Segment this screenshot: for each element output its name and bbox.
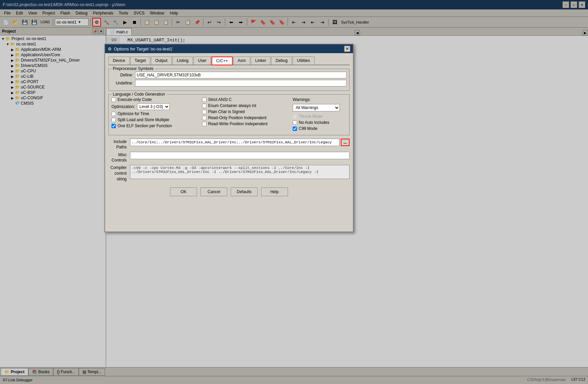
strict-ansi-row: Strict ANSI C <box>202 97 289 102</box>
plain-char-row: Plain Char is Signed <box>202 109 289 114</box>
readwrite-pos-label: Read-Write Position Independent <box>208 121 268 126</box>
execute-only-checkbox[interactable] <box>111 98 116 102</box>
enum-container-label: Enum Container always int <box>208 103 256 108</box>
modal-tab-debug[interactable]: Debug <box>271 57 292 65</box>
execute-only-row: Execute-only Code <box>111 97 199 102</box>
modal-title-bar: ⚙ Options for Target 'oc-os-test1' ✕ <box>105 44 353 53</box>
modal-close-button[interactable]: ✕ <box>344 46 350 52</box>
browse-button[interactable]: ... <box>341 139 350 146</box>
modal-tab-output[interactable]: Output <box>151 57 172 65</box>
lang-left-col: Execute-only Code Optimization: Level 3 … <box>111 97 199 132</box>
preprocessor-section: Preprocessor Symbols Define: Undefine: <box>108 69 350 91</box>
no-auto-checkbox[interactable] <box>293 120 297 125</box>
undefine-input[interactable] <box>135 80 347 86</box>
cancel-button[interactable]: Cancel <box>200 187 227 196</box>
modal-tab-utilities[interactable]: Utilities <box>293 57 315 65</box>
warnings-select[interactable]: All Warnings No Warnings MISRA C 2004 <box>293 104 340 111</box>
optimization-row: Optimization: Level 3 (-O3) Level 0 (-O0… <box>111 103 199 110</box>
compiler-textarea[interactable]: -c99 -c -cpu Cortex-M3 -g -O3 -apcs=inte… <box>130 165 350 179</box>
optimization-select[interactable]: Level 3 (-O3) Level 0 (-O0) Level 1 (-O1… <box>137 103 170 110</box>
optimize-time-checkbox[interactable] <box>111 112 116 116</box>
modal-tab-target[interactable]: Target <box>130 57 150 65</box>
define-input[interactable] <box>135 72 347 78</box>
c99-mode-row: C99 Mode <box>293 126 347 131</box>
modal-tab-cpp[interactable]: C/C++ <box>211 57 233 65</box>
strict-ansi-checkbox[interactable] <box>202 98 206 102</box>
modal-title: Options for Target 'oc-os-test1' <box>114 46 173 51</box>
misc-controls-input[interactable] <box>130 152 350 159</box>
one-elf-label: One ELF Section per Function <box>118 124 172 128</box>
plain-char-checkbox[interactable] <box>202 110 206 114</box>
compiler-label: Compilercontrolstring <box>108 165 129 182</box>
ok-button[interactable]: OK <box>170 187 197 196</box>
execute-only-label: Execute-only Code <box>118 97 152 102</box>
lang-right-col: Warnings: All Warnings No Warnings MISRA… <box>293 97 347 132</box>
optimize-time-row: Optimize for Time <box>111 111 199 116</box>
modal-tab-asm[interactable]: Asm <box>233 57 250 65</box>
language-section-label: Language / Code Generation <box>111 92 166 97</box>
preprocessor-section-label: Preprocessor Symbols <box>111 66 155 71</box>
optimize-time-label: Optimize for Time <box>118 111 149 116</box>
lang-middle-col: Strict ANSI C Enum Container always int … <box>202 97 289 132</box>
thumb-mode-label: Thumb Mode <box>299 114 323 119</box>
modal-tab-listing[interactable]: Listing <box>172 57 193 65</box>
no-auto-label: No Auto Includes <box>299 120 329 125</box>
thumb-mode-checkbox[interactable] <box>293 114 297 119</box>
define-row: Define: <box>111 72 347 78</box>
thumb-mode-row: Thumb Mode <box>293 114 347 119</box>
strict-ansi-label: Strict ANSI C <box>208 97 232 102</box>
split-load-label: Split Load and Store Multiple <box>118 117 169 122</box>
language-cols: Execute-only Code Optimization: Level 3 … <box>111 97 347 132</box>
include-paths-row: IncludePaths ... <box>108 139 350 150</box>
options-dialog: ⚙ Options for Target 'oc-os-test1' ✕ Dev… <box>104 44 354 232</box>
modal-overlay: ⚙ Options for Target 'oc-os-test1' ✕ Dev… <box>0 0 588 384</box>
one-elf-row: One ELF Section per Function <box>111 124 199 128</box>
compiler-row: Compilercontrolstring -c99 -c -cpu Corte… <box>108 165 350 182</box>
c99-mode-label: C99 Mode <box>299 126 317 131</box>
readwrite-pos-checkbox[interactable] <box>202 122 206 126</box>
misc-controls-row: MiscControls <box>108 152 350 163</box>
modal-tab-strip: Device Target Output Listing User C/C++ … <box>108 57 350 65</box>
readwrite-pos-row: Read-Write Position Independent <box>202 121 289 126</box>
readonly-pos-label: Read-Only Position Independent <box>208 115 266 120</box>
modal-icon: ⚙ <box>108 46 112 51</box>
enum-container-checkbox[interactable] <box>202 104 206 108</box>
define-label: Define: <box>111 73 135 77</box>
warnings-section: Warnings: All Warnings No Warnings MISRA… <box>293 97 347 111</box>
include-paths-input[interactable] <box>130 139 339 146</box>
modal-content: Device Target Output Listing User C/C++ … <box>105 53 353 202</box>
split-load-row: Split Load and Store Multiple <box>111 117 199 122</box>
readonly-pos-row: Read-Only Position Independent <box>202 115 289 120</box>
enum-container-row: Enum Container always int <box>202 103 289 108</box>
readonly-pos-checkbox[interactable] <box>202 116 206 120</box>
split-load-checkbox[interactable] <box>111 118 116 122</box>
modal-tab-user[interactable]: User <box>194 57 211 65</box>
help-button[interactable]: Help <box>261 187 288 196</box>
c99-mode-checkbox[interactable] <box>293 127 297 131</box>
modal-title-content: ⚙ Options for Target 'oc-os-test1' <box>108 46 173 51</box>
modal-tab-device[interactable]: Device <box>108 57 130 65</box>
defaults-button[interactable]: Defaults <box>231 187 258 196</box>
include-paths-label: IncludePaths <box>108 139 129 150</box>
undefine-label: Undefine: <box>111 81 135 85</box>
one-elf-checkbox[interactable] <box>111 124 116 128</box>
plain-char-label: Plain Char is Signed <box>208 109 245 114</box>
optimization-label: Optimization: <box>111 104 135 109</box>
dialog-buttons: OK Cancel Defaults Help <box>108 184 350 198</box>
no-auto-row: No Auto Includes <box>293 120 347 125</box>
modal-tab-linker[interactable]: Linker <box>251 57 271 65</box>
language-section: Language / Code Generation Execute-only … <box>108 94 350 135</box>
warnings-label: Warnings: <box>293 97 347 102</box>
misc-controls-label: MiscControls <box>108 152 129 163</box>
undefine-row: Undefine: <box>111 80 347 86</box>
